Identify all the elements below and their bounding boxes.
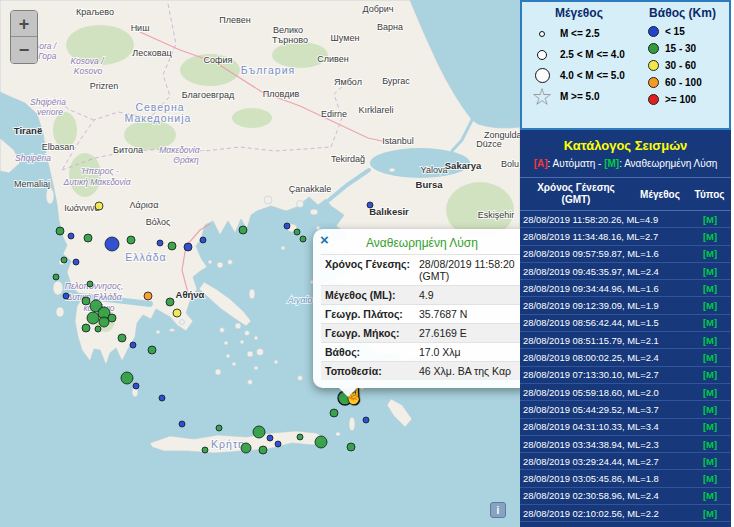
earthquake-popup: × Αναθεωρημένη Λύση Χρόνος Γένεσης:28/08… xyxy=(313,229,520,388)
earthquake-marker[interactable] xyxy=(241,443,251,453)
catalog-row[interactable]: 28/08/2019 05:44:29.52, ML=3.7[M] xyxy=(520,401,731,418)
catalog-row[interactable]: 28/08/2019 03:34:38.94, ML=2.3[M] xyxy=(520,436,731,453)
map-legend: Μέγεθος M <= 2.52.5 < M <= 4.04.0 < M <=… xyxy=(520,0,731,130)
catalog-row-text: 28/08/2019 09:45:35.97, ML=2.4 xyxy=(520,266,689,277)
catalog-row-text: 28/08/2019 09:12:39.09, ML=1.9 xyxy=(520,300,689,311)
catalog-row[interactable]: 28/08/2019 09:12:39.09, ML=1.9[M] xyxy=(520,297,731,314)
earthquake-marker[interactable] xyxy=(157,240,163,246)
earthquake-marker[interactable] xyxy=(84,234,92,242)
catalog-row-type: [M] xyxy=(689,490,731,501)
zoom-out-button[interactable]: − xyxy=(11,37,37,63)
earthquake-marker[interactable] xyxy=(130,342,136,348)
info-button[interactable]: i xyxy=(490,502,506,518)
earthquake-marker[interactable] xyxy=(275,441,281,447)
earthquake-marker[interactable] xyxy=(267,435,273,441)
catalog-row[interactable]: 28/08/2019 09:34:44.96, ML=1.6[M] xyxy=(520,280,731,297)
earthquake-marker[interactable] xyxy=(259,446,267,454)
catalog-type-legend: [Α]: Αυτόματη - [Μ]: Αναθεωρημένη Λύση xyxy=(520,156,731,177)
map-label: Αιγαίο xyxy=(287,295,313,305)
catalog-row-text: 28/08/2019 11:58:20.26, ML=4.9 xyxy=(520,214,689,225)
earthquake-marker[interactable] xyxy=(202,447,208,453)
earthquake-marker[interactable] xyxy=(53,274,59,280)
catalog-row[interactable]: 28/08/2019 09:45:35.97, ML=2.4[M] xyxy=(520,263,731,280)
earthquake-marker[interactable] xyxy=(297,434,303,440)
earthquake-marker[interactable] xyxy=(68,233,74,239)
catalog-row-type: [M] xyxy=(689,283,731,294)
earthquake-marker[interactable] xyxy=(56,227,64,235)
map-label: Плевен xyxy=(219,15,250,25)
earthquake-marker[interactable] xyxy=(82,324,90,332)
earthquake-marker[interactable] xyxy=(159,395,165,401)
earthquake-marker[interactable] xyxy=(200,237,206,243)
catalog-row-type: [M] xyxy=(689,266,731,277)
earthquake-marker[interactable] xyxy=(284,223,290,229)
popup-row: Μέγεθος (ML):4.9 xyxy=(321,286,520,305)
earthquake-marker[interactable] xyxy=(108,314,116,322)
earthquake-marker[interactable] xyxy=(347,443,355,451)
map[interactable]: КраљевоНишПлевенВеликоТърновоШуменВарнаД… xyxy=(0,0,520,527)
catalog-row[interactable]: 28/08/2019 03:29:24.44, ML=2.7[M] xyxy=(520,453,731,470)
earthquake-marker[interactable] xyxy=(99,317,109,327)
catalog-row[interactable]: 28/08/2019 11:34:48.16, ML=2.7[M] xyxy=(520,228,731,245)
earthquake-marker[interactable] xyxy=(367,202,373,208)
catalog-row[interactable]: 28/08/2019 02:30:58.96, ML=2.4[M] xyxy=(520,488,731,505)
catalog-row[interactable]: 28/08/2019 02:10:02.56, ML=2.2[M] xyxy=(520,505,731,522)
catalog-row[interactable]: 28/08/2019 08:00:02.25, ML=2.4[M] xyxy=(520,349,731,366)
earthquake-marker[interactable] xyxy=(253,426,265,438)
close-icon[interactable]: × xyxy=(320,231,329,248)
map-label: Tekirdağ xyxy=(331,154,365,164)
earthquake-marker[interactable] xyxy=(315,436,327,448)
depth-legend-label: 15 - 30 xyxy=(665,43,696,54)
star-icon: ☆ xyxy=(530,85,554,109)
catalog-row[interactable]: 28/08/2019 01:55:15.87, ML=1.4[M] xyxy=(520,522,731,527)
earthquake-marker[interactable] xyxy=(105,237,119,251)
popup-row-value: 4.9 xyxy=(415,286,520,305)
map-label: veriore xyxy=(37,107,63,117)
catalog-row[interactable]: 28/08/2019 08:51:15.79, ML=2.1[M] xyxy=(520,332,731,349)
earthquake-marker[interactable] xyxy=(294,229,300,235)
earthquake-marker[interactable] xyxy=(118,334,126,342)
catalog-row-type: [M] xyxy=(689,317,731,328)
earthquake-marker[interactable] xyxy=(144,292,152,300)
earthquake-marker[interactable] xyxy=(363,417,369,423)
popup-row: Γεωγρ. Πλάτος:35.7687 N xyxy=(321,305,520,324)
earthquake-marker[interactable] xyxy=(121,372,133,384)
zoom-in-button[interactable]: + xyxy=(11,11,37,37)
earthquake-marker[interactable] xyxy=(330,409,338,417)
depth-legend-title: Βάθος (Km) xyxy=(636,6,729,20)
earthquake-marker[interactable] xyxy=(87,312,99,324)
catalog-row[interactable]: 28/08/2019 07:13:30.10, ML=2.7[M] xyxy=(520,367,731,384)
earthquake-map-app: КраљевоНишПлевенВеликоТърновоШуменВарнаД… xyxy=(0,0,734,527)
earthquake-marker[interactable] xyxy=(166,298,174,306)
catalog-row[interactable]: 28/08/2019 05:59:18.60, ML=2.0[M] xyxy=(520,384,731,401)
earthquake-marker[interactable] xyxy=(95,326,101,332)
earthquake-marker[interactable] xyxy=(239,226,247,234)
catalog-row[interactable]: 28/08/2019 11:58:20.26, ML=4.9[M] xyxy=(520,211,731,228)
earthquake-marker[interactable] xyxy=(73,259,79,265)
catalog-row[interactable]: 28/08/2019 04:31:10.33, ML=3.4[M] xyxy=(520,419,731,436)
circle-icon xyxy=(530,31,554,37)
earthquake-marker[interactable] xyxy=(148,346,156,354)
earthquake-marker[interactable] xyxy=(168,242,176,250)
earthquake-marker[interactable] xyxy=(63,293,69,299)
earthquake-marker[interactable] xyxy=(95,202,103,210)
earthquake-marker[interactable] xyxy=(184,243,192,251)
earthquake-marker[interactable] xyxy=(82,297,90,305)
earthquake-marker[interactable] xyxy=(216,425,222,431)
earthquake-marker[interactable] xyxy=(179,421,185,427)
catalog-rows: 28/08/2019 11:58:20.26, ML=4.9[M]28/08/2… xyxy=(520,211,731,527)
catalog-row[interactable]: 28/08/2019 03:05:45.86, ML=1.8[M] xyxy=(520,470,731,487)
magnitude-legend-item: M <= 2.5 xyxy=(522,23,636,44)
map-label: Лесковац xyxy=(132,48,171,58)
earthquake-marker[interactable] xyxy=(61,257,67,263)
earthquake-marker[interactable] xyxy=(300,236,306,242)
earthquake-marker[interactable] xyxy=(173,309,181,317)
depth-legend-item: 30 - 60 xyxy=(636,57,729,74)
catalog-row[interactable]: 28/08/2019 09:57:59.87, ML=1.6[M] xyxy=(520,246,731,263)
catalog-header: Χρόνος Γένεσης (GMT) Μέγεθος Τύπος xyxy=(520,177,731,211)
catalog-row[interactable]: 28/08/2019 08:56:42.44, ML=1.5[M] xyxy=(520,315,731,332)
earthquake-marker[interactable] xyxy=(127,236,135,244)
earthquake-marker[interactable] xyxy=(87,281,93,287)
popup-row: Τοποθεσία:46 Χλμ. ΒΑ της Καρ xyxy=(321,362,520,381)
earthquake-marker[interactable] xyxy=(133,383,139,389)
